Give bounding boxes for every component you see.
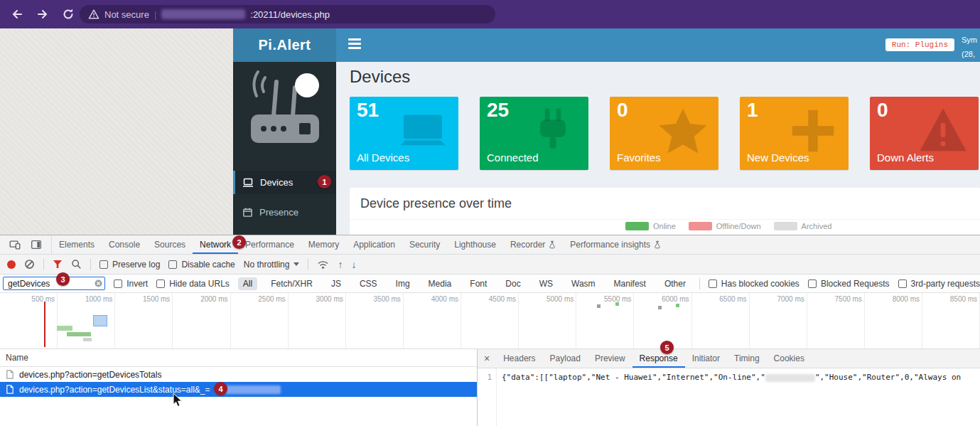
tab-performance-insights[interactable]: Performance insights <box>563 235 668 254</box>
devtools-tabbar: Elements Console Sources Network Perform… <box>0 235 980 255</box>
invert-checkbox[interactable] <box>114 279 122 288</box>
filter-type-js[interactable]: JS <box>326 277 346 290</box>
timeline-cell: 4000 ms <box>404 293 461 348</box>
presence-box-title: Device presence over time <box>350 188 980 220</box>
clear-button[interactable] <box>24 259 35 270</box>
hide-data-urls-option: Hide data URLs <box>156 279 230 289</box>
stat-card-all-devices[interactable]: 51 All Devices <box>350 97 458 170</box>
tab-console[interactable]: Console <box>102 235 147 254</box>
timeline-tick: 1000 ms <box>85 295 112 303</box>
timeline-tick: 7000 ms <box>777 295 804 303</box>
tab-cookies[interactable]: Cookies <box>767 349 812 368</box>
menu-toggle-button[interactable] <box>348 38 361 51</box>
timeline-mark-load-line <box>44 302 45 347</box>
divider <box>90 259 91 270</box>
request-row-getdevicestotals[interactable]: devices.php?action=getDevicesTotals <box>0 367 477 382</box>
app-window: Pi.Alert Devices <box>233 28 980 235</box>
device-toolbar-icon[interactable] <box>9 238 21 251</box>
tab-preview[interactable]: Preview <box>588 349 632 368</box>
step-badge-1: 1 <box>318 175 331 188</box>
stat-card-connected[interactable]: 25 Connected <box>480 97 588 170</box>
tab-security[interactable]: Security <box>402 235 447 254</box>
tab-memory[interactable]: Memory <box>301 235 346 254</box>
step-badge-2: 2 <box>232 235 246 249</box>
mouse-cursor <box>173 393 183 408</box>
network-conditions-icon[interactable] <box>317 260 329 270</box>
run-plugins-button[interactable]: Run: Plugins <box>885 38 954 51</box>
filter-type-wasm[interactable]: Wasm <box>566 277 601 290</box>
tab-initiator[interactable]: Initiator <box>685 349 727 368</box>
tab-timing[interactable]: Timing <box>727 349 767 368</box>
timeline-overview[interactable]: 500 ms 1000 ms 1500 ms 2000 ms 2500 ms 3… <box>0 293 980 349</box>
filter-type-media[interactable]: Media <box>424 277 457 290</box>
hide-data-urls-checkbox[interactable] <box>156 279 165 288</box>
step-badge-4: 4 <box>214 382 227 395</box>
clear-filter-icon[interactable] <box>95 279 102 287</box>
network-body: Name devices.php?action=getDevicesTotals… <box>0 349 980 426</box>
detail-tabbar: × Headers Payload Preview Response Initi… <box>478 349 980 368</box>
has-blocked-cookies-checkbox[interactable] <box>709 279 717 288</box>
third-party-checkbox[interactable] <box>898 279 907 288</box>
filter-type-css[interactable]: CSS <box>355 277 382 290</box>
timeline-cell: 6500 ms <box>692 293 750 348</box>
filter-type-ws[interactable]: WS <box>534 277 558 290</box>
blocked-requests-checkbox[interactable] <box>808 279 817 288</box>
sidebar-item-presence[interactable]: Presence <box>233 201 336 224</box>
filter-input[interactable]: getDevices <box>3 277 105 290</box>
export-har-icon[interactable]: ↓ <box>351 260 356 270</box>
tab-lighthouse[interactable]: Lighthouse <box>447 235 503 254</box>
preserve-log-checkbox[interactable] <box>99 260 108 269</box>
requests-name-header[interactable]: Name <box>0 349 477 367</box>
address-bar[interactable]: Not secure | :20211/devices.php <box>80 5 495 23</box>
filter-type-font[interactable]: Font <box>465 277 492 290</box>
third-party-label: 3rd-party requests <box>911 279 980 289</box>
router-graphic <box>239 68 330 167</box>
preserve-log-option: Preserve log <box>99 260 160 270</box>
stat-label: New Devices <box>747 151 809 164</box>
back-button[interactable] <box>9 6 26 23</box>
tab-application[interactable]: Application <box>346 235 402 254</box>
stat-card-favorites[interactable]: 0 Favorites <box>610 97 718 170</box>
back-arrow-icon <box>10 7 24 21</box>
timeline-cell: 8000 ms <box>865 293 922 348</box>
tab-sources[interactable]: Sources <box>147 235 193 254</box>
filter-type-fetch-xhr[interactable]: Fetch/XHR <box>266 277 318 290</box>
tab-payload[interactable]: Payload <box>543 349 588 368</box>
tab-performance[interactable]: Performance <box>238 235 301 254</box>
record-button[interactable] <box>7 260 16 269</box>
tab-headers[interactable]: Headers <box>496 349 542 368</box>
stat-card-down-alerts[interactable]: 0 Down Alerts <box>870 97 979 170</box>
stat-value: 0 <box>877 99 888 122</box>
filter-funnel-icon[interactable] <box>53 260 63 269</box>
timeline-tick: 4500 ms <box>489 295 516 303</box>
reload-icon <box>62 8 75 21</box>
throttling-select[interactable]: No throttling <box>244 260 300 270</box>
import-har-icon[interactable]: ↑ <box>338 260 343 270</box>
close-detail-button[interactable]: × <box>478 349 496 368</box>
reload-button[interactable] <box>60 6 77 23</box>
filter-type-img[interactable]: Img <box>391 277 415 290</box>
tab-network[interactable]: Network <box>193 235 238 254</box>
disable-cache-checkbox[interactable] <box>168 260 177 269</box>
laptop-icon <box>242 177 254 188</box>
tab-elements[interactable]: Elements <box>52 235 102 254</box>
request-row-getdeviceslist[interactable]: devices.php?action=getDevicesList&status… <box>0 382 477 397</box>
filter-type-doc[interactable]: Doc <box>500 277 525 290</box>
filter-type-manifest[interactable]: Manifest <box>609 277 651 290</box>
tab-recorder[interactable]: Recorder <box>503 235 563 254</box>
response-viewer[interactable]: 1 {"data":[["laptop","Net - Huawei","Int… <box>478 368 980 426</box>
dock-side-icon[interactable] <box>30 238 43 251</box>
stat-value: 1 <box>747 99 758 122</box>
timeline-tick: 3500 ms <box>374 295 401 303</box>
timeline-cell: 5000 ms <box>519 293 576 348</box>
filter-type-all[interactable]: All <box>238 277 257 290</box>
filter-type-other[interactable]: Other <box>659 277 691 290</box>
plug-icon <box>527 105 578 156</box>
app-logo[interactable]: Pi.Alert <box>233 28 336 62</box>
forward-button[interactable] <box>34 6 51 23</box>
timeline-mark <box>83 338 92 341</box>
tab-response[interactable]: Response <box>632 349 685 368</box>
timeline-tick: 500 ms <box>31 295 55 303</box>
stat-card-new-devices[interactable]: 1 New Devices <box>740 97 849 170</box>
search-icon[interactable] <box>71 259 82 270</box>
